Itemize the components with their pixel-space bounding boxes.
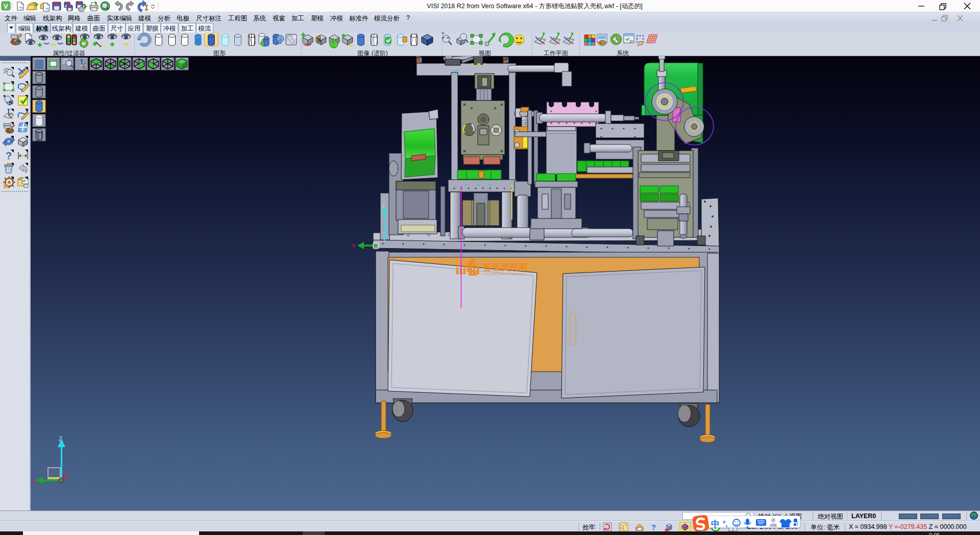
svg-text:7: 7 [774,523,777,528]
svg-text:INTELLIGENT MANUFACTURING DATA: INTELLIGENT MANUFACTURING DATA [483,273,526,276]
svg-text:?: ? [651,523,656,531]
svg-text:°,: °, [723,520,728,528]
svg-text:Y: Y [352,243,356,250]
svg-text:中: 中 [711,519,720,529]
svg-text:?: ? [6,150,12,161]
svg-text:Y: Y [31,478,35,485]
svg-text:Z: Z [382,203,385,209]
svg-text:智造资料网: 智造资料网 [482,262,528,272]
